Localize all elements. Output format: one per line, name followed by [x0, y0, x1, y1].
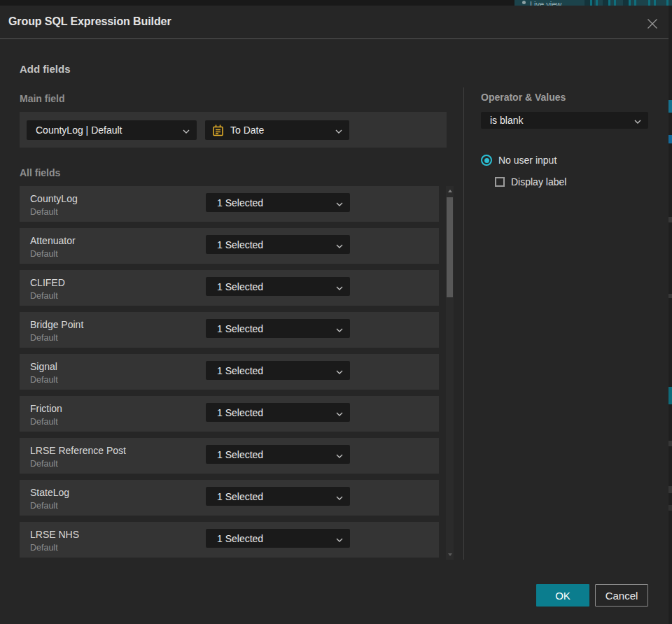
- chevron-down-icon: [336, 239, 343, 250]
- date-field-select-value: To Date: [224, 125, 264, 136]
- operator-values-heading: Operator & Values: [481, 92, 566, 103]
- field-selected-value: 1 Selected: [206, 407, 263, 418]
- field-selected-value: 1 Selected: [206, 197, 263, 208]
- dialog-title: Group SQL Expression Builder: [8, 15, 172, 28]
- field-selected-value: 1 Selected: [206, 491, 263, 502]
- scrollbar-thumb[interactable]: [447, 197, 453, 297]
- no-user-input-label: No user input: [498, 155, 556, 166]
- field-selected-value: 1 Selected: [206, 323, 263, 334]
- checkbox-unchecked-icon[interactable]: [495, 177, 505, 187]
- field-row: Friction Default 1 Selected: [20, 396, 439, 432]
- field-row: StateLog Default 1 Selected: [20, 480, 439, 516]
- field-name: CLIFED: [30, 277, 65, 288]
- chevron-down-icon: [336, 365, 343, 376]
- field-name: Attenuator: [30, 235, 76, 246]
- cancel-button[interactable]: Cancel: [595, 584, 648, 607]
- field-selected-dropdown[interactable]: 1 Selected: [206, 235, 350, 254]
- chevron-down-icon: [336, 281, 343, 292]
- no-user-input-option[interactable]: No user input: [481, 155, 556, 166]
- all-fields-list: CountyLog Default 1 Selected Attenuator …: [20, 186, 439, 564]
- display-label-option[interactable]: Display label: [495, 176, 566, 187]
- date-field-select[interactable]: To Date: [205, 120, 349, 140]
- close-button[interactable]: [643, 15, 662, 33]
- field-name: LRSE NHS: [30, 529, 79, 540]
- device-icon: [648, 0, 650, 6]
- device-icon: [590, 0, 592, 6]
- field-name: Bridge Point: [30, 319, 83, 330]
- background-item: [668, 505, 672, 511]
- field-row: CountyLog Default 1 Selected: [20, 186, 439, 222]
- header-divider: [0, 38, 668, 39]
- device-icon: [608, 0, 610, 6]
- all-fields-label: All fields: [20, 167, 60, 178]
- field-row: CLIFED Default 1 Selected: [20, 270, 439, 306]
- field-selected-dropdown[interactable]: 1 Selected: [206, 529, 350, 548]
- field-subtitle: Default: [30, 249, 58, 259]
- calendar-icon: [212, 125, 224, 136]
- chevron-down-icon: [634, 115, 641, 126]
- background-item: [668, 387, 672, 404]
- field-selected-dropdown[interactable]: 1 Selected: [206, 319, 350, 338]
- field-subtitle: Default: [30, 543, 58, 553]
- dialog: Group SQL Expression Builder Add fields …: [0, 6, 668, 624]
- group-sql-expression-builder-dialog: Live view Group SQL Expression Builder A…: [0, 0, 672, 624]
- background-right-edge: [668, 6, 672, 624]
- device-icon: [654, 0, 656, 6]
- background-item: [668, 100, 672, 113]
- device-icon: [629, 0, 631, 6]
- background-item: [668, 135, 672, 143]
- device-icon: [666, 0, 668, 6]
- chevron-down-icon: [336, 197, 343, 208]
- background-item: [668, 486, 672, 493]
- operator-select-value: is blank: [481, 115, 523, 126]
- chevron-down-icon: [336, 449, 343, 460]
- field-subtitle: Default: [30, 459, 58, 469]
- scroll-up-icon[interactable]: [448, 190, 452, 192]
- chevron-down-icon: [336, 533, 343, 544]
- field-selected-dropdown[interactable]: 1 Selected: [206, 403, 350, 422]
- field-name: Friction: [30, 403, 62, 414]
- chevron-down-icon: [335, 125, 342, 136]
- live-view-label: Live view: [530, 0, 561, 6]
- live-view-toolbar: Live view: [514, 0, 672, 6]
- field-selected-dropdown[interactable]: 1 Selected: [206, 277, 350, 296]
- chevron-down-icon: [336, 491, 343, 502]
- operator-select[interactable]: is blank: [481, 112, 648, 129]
- field-selected-dropdown[interactable]: 1 Selected: [206, 445, 350, 464]
- field-name: StateLog: [30, 487, 69, 498]
- field-selected-dropdown[interactable]: 1 Selected: [206, 361, 350, 380]
- field-selected-value: 1 Selected: [206, 533, 263, 544]
- chevron-down-icon: [336, 407, 343, 418]
- scroll-down-icon[interactable]: [448, 553, 452, 556]
- field-name: CountyLog: [30, 193, 78, 204]
- field-row: Attenuator Default 1 Selected: [20, 228, 439, 264]
- ok-button[interactable]: OK: [536, 584, 589, 607]
- field-selected-dropdown[interactable]: 1 Selected: [206, 487, 350, 506]
- device-icon: [596, 0, 598, 6]
- field-row: LRSE NHS Default 1 Selected: [20, 522, 439, 558]
- background-item: [668, 217, 672, 222]
- field-row: LRSE Reference Post Default 1 Selected: [20, 438, 439, 474]
- field-selected-value: 1 Selected: [206, 449, 263, 460]
- field-row: Signal Default 1 Selected: [20, 354, 439, 390]
- field-name: LRSE Reference Post: [30, 445, 126, 456]
- column-divider: [463, 87, 464, 560]
- field-subtitle: Default: [30, 291, 58, 301]
- add-fields-heading: Add fields: [20, 63, 71, 75]
- display-label-text: Display label: [511, 176, 566, 187]
- close-icon: [647, 18, 658, 29]
- main-field-select[interactable]: CountyLog | Default: [27, 120, 197, 140]
- field-selected-dropdown[interactable]: 1 Selected: [206, 193, 350, 212]
- field-selected-value: 1 Selected: [206, 365, 263, 376]
- field-row: Bridge Point Default 1 Selected: [20, 312, 439, 348]
- background-item: [668, 294, 672, 298]
- chevron-down-icon: [183, 125, 190, 136]
- radio-selected-icon[interactable]: [481, 155, 492, 166]
- main-field-panel: CountyLog | Default To Date: [20, 112, 447, 148]
- list-scrollbar[interactable]: [446, 186, 454, 560]
- background-item: [668, 441, 672, 446]
- live-view-dot-icon: [522, 1, 526, 4]
- field-subtitle: Default: [30, 501, 58, 511]
- device-icon: [634, 0, 636, 6]
- field-selected-value: 1 Selected: [206, 281, 263, 292]
